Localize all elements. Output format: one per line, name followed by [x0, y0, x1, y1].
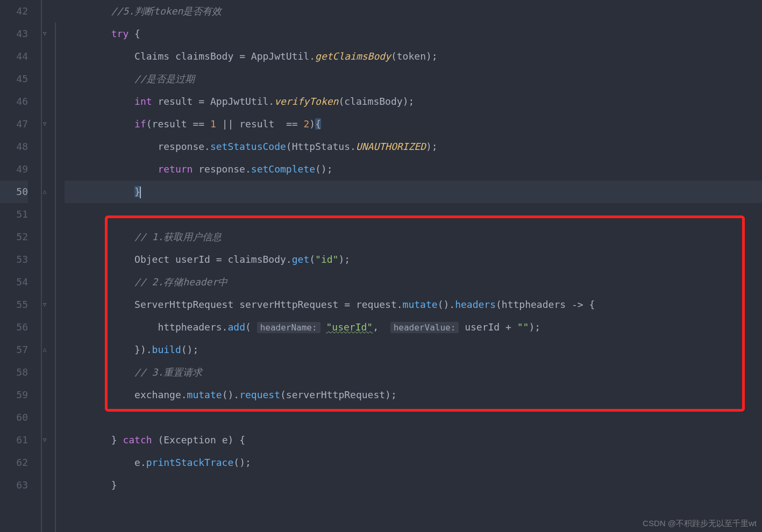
code-line: //是否是过期: [65, 68, 762, 90]
code-line: httpheaders.add( headerName: "userId", h…: [65, 316, 762, 339]
comment: // 1.获取用户信息: [134, 231, 222, 242]
line-number: 52: [0, 226, 28, 248]
line-number: 59: [0, 384, 28, 406]
line-number: 63: [0, 474, 28, 497]
code-line: // 3.重置请求: [65, 361, 762, 384]
code-line: //5.判断token是否有效: [65, 0, 762, 23]
fold-icon[interactable]: ▽: [41, 300, 48, 308]
code-line: if(result == 1 || result == 2){: [65, 113, 762, 135]
method-call: mutate: [403, 299, 438, 310]
code-line: [65, 203, 762, 226]
line-number: 57: [0, 339, 28, 361]
code-line: } catch (Exception e) {: [65, 429, 762, 451]
code-area[interactable]: //5.判断token是否有效 try { Claims claimsBody …: [65, 0, 762, 532]
code-line: Claims claimsBody = AppJwtUtil.getClaims…: [65, 45, 762, 68]
method-call: setComplete: [251, 163, 315, 175]
line-number: 49: [0, 158, 28, 181]
method-call: request: [239, 389, 280, 400]
keyword-try: try: [111, 28, 129, 39]
line-number: 46: [0, 90, 28, 113]
param-hint: headerName:: [257, 322, 321, 333]
method-call: mutate: [187, 389, 222, 400]
code-line: e.printStackTrace();: [65, 451, 762, 474]
line-gutter: 42 43 44 45 46 47 48 49 50 51 52 53 54 5…: [0, 0, 38, 532]
code-line: }: [65, 474, 762, 497]
method-call: get: [292, 254, 310, 265]
line-number: 54: [0, 271, 28, 293]
fold-icon[interactable]: ▽: [41, 436, 48, 443]
code-editor[interactable]: 42 43 44 45 46 47 48 49 50 51 52 53 54 5…: [0, 0, 762, 532]
line-number: 45: [0, 68, 28, 90]
fold-icon[interactable]: △: [41, 346, 48, 353]
line-number: 61: [0, 429, 28, 451]
line-number: 58: [0, 361, 28, 384]
scope-column: [54, 0, 65, 532]
fold-icon[interactable]: ▽: [41, 30, 48, 37]
method-call: printStackTrace: [146, 457, 234, 468]
comment: // 2.存储header中: [134, 276, 227, 287]
code-line-current: }: [65, 181, 762, 203]
line-number: 44: [0, 45, 28, 68]
code-line: return response.setComplete();: [65, 158, 762, 181]
fold-icon[interactable]: ▽: [41, 120, 48, 127]
code-line: int result = AppJwtUtil.verifyToken(clai…: [65, 90, 762, 113]
method-call: headers: [455, 299, 496, 310]
method-call: getClaimsBody: [315, 51, 391, 62]
code-line: [65, 406, 762, 429]
code-line: try {: [65, 23, 762, 45]
code-line: }).build();: [65, 339, 762, 361]
param-hint: headerValue:: [390, 322, 459, 333]
fold-column: ▽ ▽ △ ▽ △ ▽: [38, 0, 54, 532]
code-line: // 1.获取用户信息: [65, 226, 762, 248]
line-number: 48: [0, 135, 28, 158]
code-line: // 2.存储header中: [65, 271, 762, 293]
code-line: ServerHttpRequest serverHttpRequest = re…: [65, 293, 762, 316]
line-number: 62: [0, 451, 28, 474]
comment: //5.判断token是否有效: [111, 5, 222, 17]
line-number: 60: [0, 406, 28, 429]
comment: //是否是过期: [134, 73, 195, 84]
line-number: 51: [0, 203, 28, 226]
method-call: setStatusCode: [210, 141, 286, 152]
text-cursor: [140, 186, 141, 198]
method-call: build: [152, 344, 181, 355]
fold-icon[interactable]: △: [41, 188, 48, 195]
method-call: verifyToken: [274, 96, 338, 107]
line-number: 56: [0, 316, 28, 339]
line-number: 47: [0, 113, 28, 135]
method-call: add: [227, 321, 245, 333]
code-line: Object userId = claimsBody.get("id");: [65, 248, 762, 271]
line-number: 50: [0, 181, 28, 203]
line-number: 53: [0, 248, 28, 271]
code-line: exchange.mutate().request(serverHttpRequ…: [65, 384, 762, 406]
watermark: CSDN @不积跬步无以至千里wt: [643, 519, 757, 529]
line-number: 55: [0, 293, 28, 316]
comment: // 3.重置请求: [134, 366, 202, 378]
line-number: 42: [0, 0, 28, 23]
line-number: 43: [0, 23, 28, 45]
code-line: response.setStatusCode(HttpStatus.UNAUTH…: [65, 135, 762, 158]
